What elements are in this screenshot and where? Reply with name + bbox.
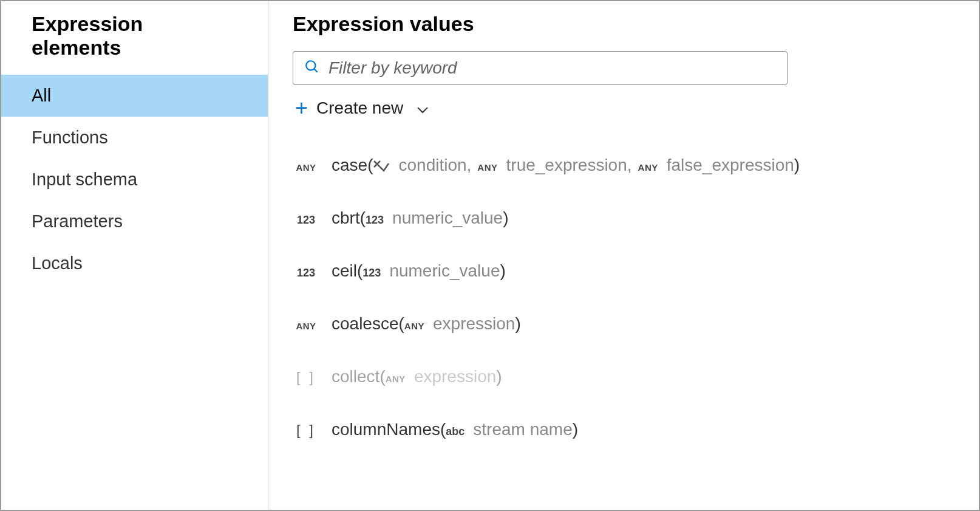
return-type: ANY [293, 314, 319, 334]
chevron-down-icon [417, 98, 429, 118]
function-ceil[interactable]: 123ceil(123numeric_value) [293, 261, 954, 281]
param: abcstream name [446, 420, 572, 439]
sidebar-title: Expression elements [1, 12, 268, 75]
function-name: columnNames [332, 420, 440, 439]
type-numeric-icon: 123 [297, 214, 315, 227]
param-name: expression [433, 314, 515, 334]
type-boolean-icon [373, 159, 390, 172]
type-any-icon: ANY [404, 321, 424, 331]
function-name: coalesce [332, 314, 399, 334]
param-name: numeric_value [392, 208, 503, 228]
function-signature: ceil(123numeric_value) [332, 261, 506, 281]
sidebar-item-locals[interactable]: Locals [1, 242, 268, 284]
function-name: case [332, 156, 367, 175]
search-box[interactable] [293, 51, 788, 85]
sidebar-item-input-schema[interactable]: Input schema [1, 159, 268, 201]
param: 123numeric_value [362, 261, 500, 281]
function-signature: columnNames(abcstream name) [332, 420, 578, 439]
return-type: ANY [293, 156, 319, 175]
type-any-icon: ANY [638, 162, 658, 173]
return-type: [ ] [293, 420, 319, 439]
return-type: 123 [293, 208, 319, 228]
function-name: collect [332, 367, 379, 386]
type-numeric-icon: 123 [362, 267, 381, 280]
create-new-button[interactable]: + Create new [293, 97, 954, 119]
param: ANYfalse_expression [638, 156, 794, 175]
search-input[interactable] [328, 58, 776, 78]
type-array-icon: [ ] [296, 369, 316, 386]
svg-line-1 [314, 69, 317, 72]
function-name: ceil [332, 261, 357, 281]
function-case[interactable]: ANYcase(condition,ANYtrue_expression,ANY… [293, 156, 954, 175]
search-icon [304, 59, 320, 77]
return-type: [ ] [293, 367, 319, 386]
function-signature: cbrt(123numeric_value) [332, 208, 509, 228]
function-signature: collect(ANYexpression) [332, 367, 502, 386]
type-any-icon: ANY [386, 374, 406, 384]
param: 123numeric_value [366, 208, 503, 228]
sidebar-items: AllFunctionsInput schemaParametersLocals [1, 75, 268, 284]
param: ANYexpression [386, 367, 497, 386]
param-name: numeric_value [389, 261, 500, 281]
param-name: false_expression [667, 156, 794, 175]
plus-icon: + [295, 97, 308, 119]
function-cbrt[interactable]: 123cbrt(123numeric_value) [293, 208, 954, 228]
sidebar-item-parameters[interactable]: Parameters [1, 201, 268, 242]
param-name: condition [398, 156, 466, 175]
svg-point-0 [306, 61, 315, 70]
function-coalesce[interactable]: ANYcoalesce(ANYexpression) [293, 314, 954, 334]
type-any-icon: ANY [477, 162, 497, 173]
main-panel: Expression values + Create new ANYcase(c… [268, 1, 979, 510]
return-type: 123 [293, 261, 319, 281]
function-signature: case(condition,ANYtrue_expression,ANYfal… [332, 156, 800, 175]
type-array-icon: [ ] [296, 422, 316, 439]
param: condition [373, 156, 466, 175]
sidebar: Expression elements AllFunctionsInput sc… [1, 1, 268, 510]
type-numeric-icon: 123 [366, 214, 384, 227]
function-collect: [ ]collect(ANYexpression) [293, 367, 954, 386]
function-name: cbrt [332, 208, 360, 228]
param-name: stream name [473, 420, 572, 439]
param: ANYexpression [404, 314, 516, 334]
type-numeric-icon: 123 [297, 267, 315, 280]
param-name: expression [414, 367, 496, 386]
sidebar-item-all[interactable]: All [1, 75, 268, 117]
sidebar-item-functions[interactable]: Functions [1, 117, 268, 159]
param-name: true_expression [506, 156, 627, 175]
function-columnNames[interactable]: [ ]columnNames(abcstream name) [293, 420, 954, 439]
type-any-icon: ANY [296, 321, 316, 331]
param: ANYtrue_expression [477, 156, 627, 175]
type-any-icon: ANY [296, 162, 316, 173]
main-title: Expression values [293, 12, 954, 36]
type-string-icon: abc [446, 425, 464, 438]
function-list: ANYcase(condition,ANYtrue_expression,ANY… [293, 156, 954, 439]
create-new-label: Create new [316, 98, 403, 118]
function-signature: coalesce(ANYexpression) [332, 314, 521, 334]
